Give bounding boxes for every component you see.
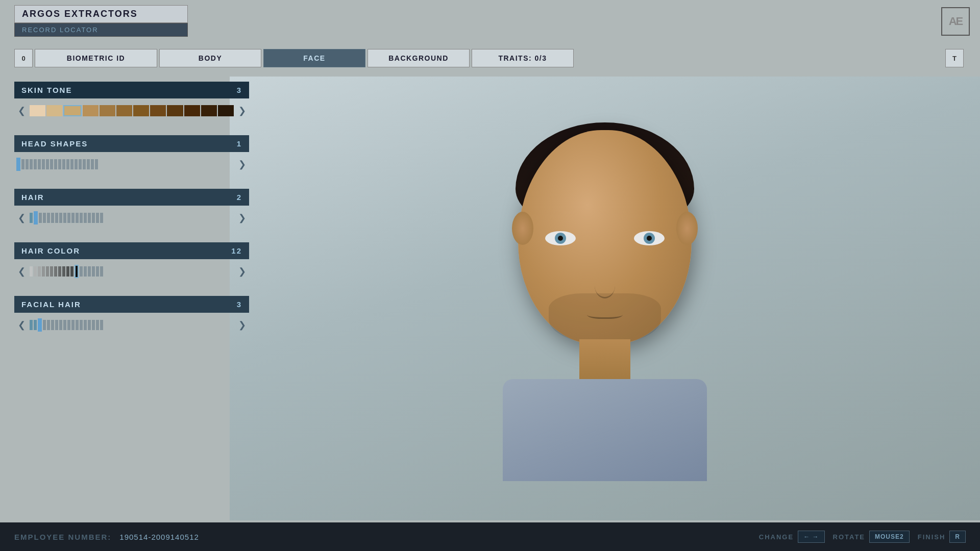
tick-h-12[interactable] xyxy=(76,213,79,223)
tick-hc-10[interactable] xyxy=(66,266,69,277)
tick-fh-3[interactable] xyxy=(38,318,42,332)
skin-seg-4[interactable] xyxy=(83,105,99,116)
tick-fh-12[interactable] xyxy=(76,320,79,330)
tick-hs-7[interactable] xyxy=(42,159,45,169)
tick-hs-13[interactable] xyxy=(66,159,69,169)
tick-hs-9[interactable] xyxy=(50,159,53,169)
hair-color-prev[interactable]: ❮ xyxy=(16,266,27,277)
tick-h-7[interactable] xyxy=(55,213,58,223)
facial-hair-slider[interactable] xyxy=(30,318,234,332)
skin-tone-prev[interactable]: ❮ xyxy=(16,105,27,116)
hair-next[interactable]: ❯ xyxy=(237,212,247,223)
hair-color-next[interactable]: ❯ xyxy=(237,266,247,277)
skin-seg-7[interactable] xyxy=(133,105,149,116)
tick-hc-2[interactable] xyxy=(34,266,37,277)
tick-h-9[interactable] xyxy=(63,213,66,223)
skin-seg-10[interactable] xyxy=(184,105,200,116)
skin-seg-9[interactable] xyxy=(167,105,183,116)
tick-h-4[interactable] xyxy=(43,213,46,223)
tick-h-14[interactable] xyxy=(84,213,87,223)
head-shapes-next[interactable]: ❯ xyxy=(237,159,247,170)
skin-seg-5[interactable] xyxy=(100,105,115,116)
facial-hair-next[interactable]: ❯ xyxy=(237,319,247,331)
tick-hs-14[interactable] xyxy=(70,159,74,169)
finish-key-badge[interactable]: R xyxy=(949,531,966,543)
tick-hs-15[interactable] xyxy=(75,159,78,169)
tick-hc-17[interactable] xyxy=(96,266,99,277)
head-shapes-slider[interactable] xyxy=(16,157,234,171)
change-key-badge[interactable]: ← → xyxy=(798,531,824,543)
tick-fh-4[interactable] xyxy=(43,320,46,330)
tick-hc-1[interactable] xyxy=(30,266,33,277)
skin-seg-3[interactable] xyxy=(63,105,81,116)
tick-fh-15[interactable] xyxy=(88,320,91,330)
tick-hc-5[interactable] xyxy=(46,266,49,277)
skin-seg-12[interactable] xyxy=(218,105,234,116)
tick-hc-18[interactable] xyxy=(100,266,103,277)
tick-fh-5[interactable] xyxy=(47,320,50,330)
tick-h-10[interactable] xyxy=(67,213,70,223)
tick-hs-1[interactable] xyxy=(16,158,20,171)
skin-seg-2[interactable] xyxy=(46,105,62,116)
facial-hair-prev[interactable]: ❮ xyxy=(16,319,27,331)
tick-hc-7[interactable] xyxy=(54,266,57,277)
tab-biometric-id[interactable]: BIOMETRIC ID xyxy=(35,49,157,67)
tick-hs-8[interactable] xyxy=(46,159,49,169)
hair-color-slider[interactable] xyxy=(30,264,234,279)
skin-seg-8[interactable] xyxy=(150,105,166,116)
tick-hc-11[interactable] xyxy=(70,266,74,277)
tick-h-1[interactable] xyxy=(30,213,33,223)
skin-seg-1[interactable] xyxy=(30,105,45,116)
skin-seg-6[interactable] xyxy=(116,105,132,116)
tick-h-16[interactable] xyxy=(92,213,95,223)
tick-hs-19[interactable] xyxy=(91,159,94,169)
nav-tab-t[interactable]: T xyxy=(945,49,964,67)
tick-hs-20[interactable] xyxy=(95,159,98,169)
tab-face[interactable]: FACE xyxy=(263,49,365,67)
tick-hs-12[interactable] xyxy=(62,159,65,169)
tick-hs-5[interactable] xyxy=(34,159,37,169)
tab-background[interactable]: BACKGROUND xyxy=(368,49,470,67)
tick-hs-11[interactable] xyxy=(58,159,61,169)
hair-slider[interactable] xyxy=(30,211,234,225)
tick-hc-6[interactable] xyxy=(50,266,53,277)
tick-hc-9[interactable] xyxy=(62,266,65,277)
hair-prev[interactable]: ❮ xyxy=(16,212,27,223)
nav-tab-zero[interactable]: 0 xyxy=(14,49,33,67)
tick-hs-3[interactable] xyxy=(26,159,29,169)
tick-h-8[interactable] xyxy=(59,213,62,223)
tick-h-3[interactable] xyxy=(39,213,42,223)
tick-fh-6[interactable] xyxy=(51,320,54,330)
tick-h-5[interactable] xyxy=(47,213,50,223)
tick-hc-4[interactable] xyxy=(42,266,45,277)
skin-tone-slider[interactable] xyxy=(30,104,234,118)
tick-fh-8[interactable] xyxy=(59,320,62,330)
tick-hs-17[interactable] xyxy=(83,159,86,169)
tick-hs-16[interactable] xyxy=(79,159,82,169)
tick-h-17[interactable] xyxy=(96,213,99,223)
tick-h-6[interactable] xyxy=(51,213,54,223)
tick-hc-12[interactable] xyxy=(75,265,79,278)
tick-fh-10[interactable] xyxy=(67,320,70,330)
tick-fh-1[interactable] xyxy=(30,320,33,330)
tick-hs-4[interactable] xyxy=(30,159,33,169)
tick-hc-14[interactable] xyxy=(84,266,87,277)
tick-hc-15[interactable] xyxy=(88,266,91,277)
tick-h-2[interactable] xyxy=(34,211,38,224)
tick-fh-7[interactable] xyxy=(55,320,58,330)
tick-hs-6[interactable] xyxy=(38,159,41,169)
tick-hs-10[interactable] xyxy=(54,159,57,169)
tick-fh-13[interactable] xyxy=(80,320,83,330)
tick-hs-2[interactable] xyxy=(21,159,24,169)
skin-tone-next[interactable]: ❯ xyxy=(237,105,247,116)
tick-fh-2[interactable] xyxy=(34,320,37,330)
tick-fh-14[interactable] xyxy=(84,320,87,330)
tick-h-13[interactable] xyxy=(80,213,83,223)
rotate-key-badge[interactable]: MOUSE2 xyxy=(869,531,910,543)
tick-fh-16[interactable] xyxy=(92,320,95,330)
tick-hc-3[interactable] xyxy=(38,266,41,277)
tab-traits[interactable]: TRAITS: 0/3 xyxy=(472,49,574,67)
tick-fh-9[interactable] xyxy=(63,320,66,330)
tick-h-15[interactable] xyxy=(88,213,91,223)
tick-hs-18[interactable] xyxy=(87,159,90,169)
